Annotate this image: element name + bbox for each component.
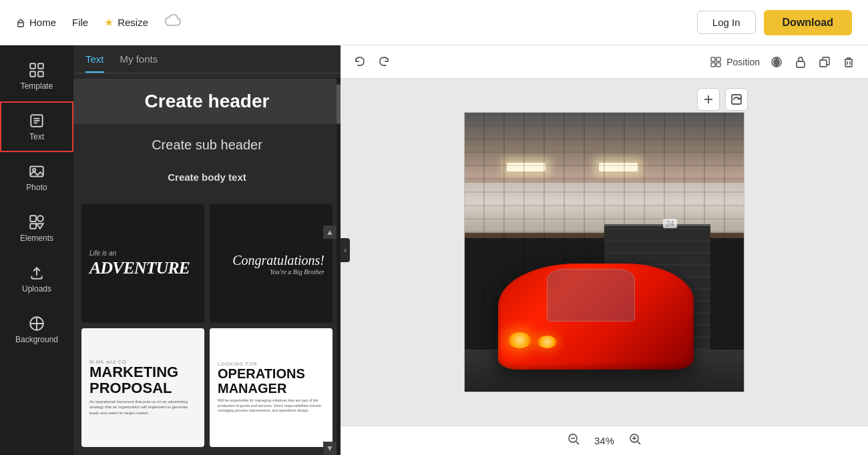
svg-rect-14	[30, 223, 36, 229]
canvas-number-badge: 24	[663, 219, 676, 228]
svg-rect-24	[820, 60, 827, 67]
position-label: Position	[726, 57, 760, 67]
login-button[interactable]: Log In	[697, 11, 756, 34]
zoom-in-button[interactable]	[628, 432, 642, 449]
sidebar-item-background[interactable]: Background	[0, 304, 73, 355]
svg-rect-20	[711, 63, 715, 67]
svg-rect-11	[30, 215, 36, 221]
add-element-button[interactable]	[697, 88, 720, 111]
text-options: Create header Create sub header Create b…	[73, 73, 341, 196]
svg-rect-4	[38, 71, 43, 77]
sidebar-photo-label: Photo	[26, 183, 47, 192]
font-samples-grid: Life is an Adventure Congratulations! Yo…	[73, 196, 341, 455]
delete-button[interactable]	[841, 55, 856, 69]
topbar: Home File ★ Resize Log In Download	[0, 0, 868, 45]
canvas-image[interactable]: 24	[464, 112, 744, 392]
tab-my-fonts[interactable]: My fonts	[120, 53, 158, 73]
panel-collapse-button[interactable]: ‹	[341, 238, 350, 262]
congrats-title: Congratulations!	[232, 252, 324, 268]
canvas-controls	[697, 88, 748, 111]
resize-label: Resize	[118, 17, 148, 28]
scroll-up-arrow[interactable]: ▲	[323, 225, 337, 239]
cloud-icon[interactable]	[164, 13, 186, 31]
zoom-bar: 34%	[341, 426, 868, 455]
star-icon: ★	[104, 16, 114, 29]
adventure-subtitle: Life is an	[89, 250, 116, 257]
ops-looking: LOOKING FOR	[218, 362, 258, 366]
font-sample-adventure[interactable]: Life is an Adventure	[81, 204, 204, 323]
file-menu[interactable]: File	[72, 17, 88, 28]
zoom-value: 34%	[591, 435, 618, 446]
font-sample-operations[interactable]: LOOKING FOR OPERATIONSMANAGER Will be re…	[210, 328, 333, 447]
duplicate-button[interactable]	[817, 55, 832, 69]
topbar-right: Log In Download	[697, 10, 852, 35]
svg-rect-19	[716, 57, 720, 61]
topbar-left: Home File ★ Resize	[16, 13, 186, 31]
create-subheader-button[interactable]: Create sub header	[73, 127, 341, 163]
svg-rect-0	[18, 23, 23, 27]
ops-body: Will be responsible for managing initiat…	[218, 398, 324, 414]
svg-rect-18	[711, 57, 715, 61]
sidebar-background-label: Background	[15, 335, 58, 344]
lock-button[interactable]	[793, 55, 808, 69]
tab-text[interactable]: Text	[85, 53, 104, 73]
create-body-button[interactable]: Create body text	[73, 163, 341, 191]
font-sample-congratulations[interactable]: Congratulations! You're a Big Brother	[210, 204, 333, 323]
panel-tabs: Text My fonts	[73, 45, 341, 73]
download-button[interactable]: Download	[764, 10, 852, 35]
main-layout: Template Text Photo	[0, 45, 868, 455]
scene-car-headlight-left	[508, 332, 531, 348]
svg-marker-13	[37, 223, 43, 229]
sidebar-text-label: Text	[29, 132, 44, 141]
sidebar-item-text[interactable]: Text	[0, 101, 73, 152]
sidebar-uploads-label: Uploads	[22, 284, 51, 294]
undo-button[interactable]	[353, 55, 367, 69]
redo-button[interactable]	[377, 55, 391, 69]
marketing-body: An operational document that puts us on …	[89, 399, 196, 416]
svg-rect-1	[30, 63, 35, 69]
car-scene-bg: 24	[465, 113, 744, 392]
marketing-title: MARKETINGPROPOSAL	[89, 364, 178, 396]
sidebar-item-uploads[interactable]: Uploads	[0, 254, 73, 304]
scroll-down-arrow[interactable]: ▼	[323, 442, 337, 455]
svg-rect-3	[30, 71, 35, 77]
sidebar-item-elements[interactable]: Elements	[0, 203, 73, 254]
position-button[interactable]: Position	[709, 55, 760, 69]
sidebar: Template Text Photo	[0, 45, 73, 455]
scene-car-headlight-right	[537, 336, 557, 348]
canvas-toolbar: Position	[341, 45, 868, 79]
resize-button[interactable]: ★ Resize	[104, 16, 148, 29]
sidebar-item-photo[interactable]: Photo	[0, 152, 73, 203]
toolbar-left	[353, 55, 391, 69]
svg-line-32	[576, 442, 579, 444]
font-sample-marketing[interactable]: M.MK and CO MARKETINGPROPOSAL An operati…	[81, 328, 204, 447]
adventure-title: Adventure	[89, 258, 190, 278]
svg-line-35	[638, 442, 640, 444]
zoom-out-button[interactable]	[567, 432, 580, 449]
svg-rect-23	[797, 61, 805, 67]
create-header-button[interactable]: Create header	[73, 79, 341, 124]
congrats-subtitle: You're a Big Brother	[270, 268, 324, 276]
home-label: Home	[29, 17, 56, 28]
sidebar-template-label: Template	[21, 81, 53, 91]
canvas-area: Position	[341, 45, 868, 455]
scene-car	[498, 264, 694, 370]
left-panel: Text My fonts Create header Create sub h…	[73, 45, 341, 455]
svg-rect-25	[845, 59, 852, 67]
toolbar-right: Position	[709, 55, 856, 69]
scene-car-windshield	[547, 269, 635, 322]
scene-car-body	[498, 264, 694, 370]
svg-rect-21	[716, 63, 720, 67]
ops-title: OPERATIONSMANAGER	[218, 366, 305, 396]
home-button[interactable]: Home	[16, 17, 56, 28]
sidebar-item-template[interactable]: Template	[0, 51, 73, 101]
svg-point-12	[37, 215, 43, 221]
canvas-content: 24	[341, 79, 868, 426]
sidebar-elements-label: Elements	[20, 234, 53, 243]
opacity-button[interactable]	[769, 55, 784, 69]
replace-element-button[interactable]	[725, 88, 748, 111]
svg-rect-2	[38, 63, 43, 69]
